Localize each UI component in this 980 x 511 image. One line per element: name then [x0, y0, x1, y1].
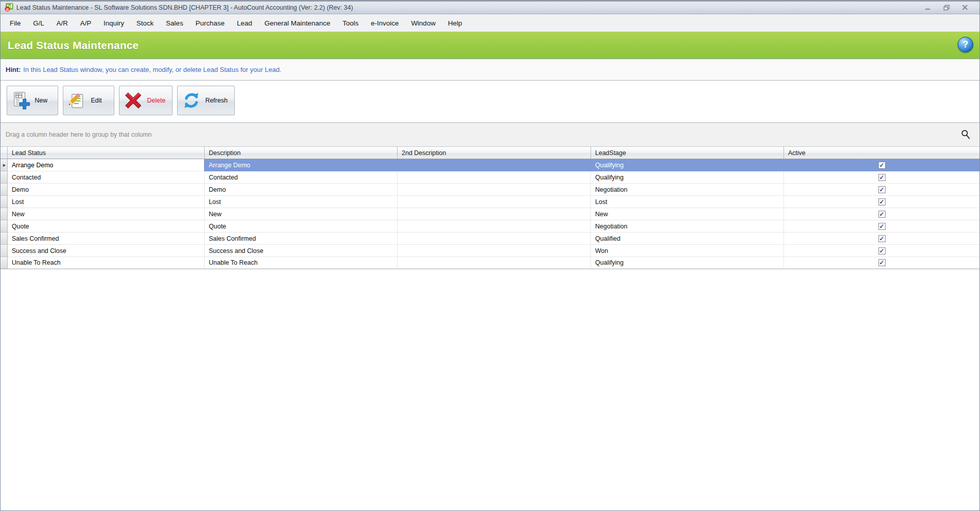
cell-lead-stage[interactable]: Qualifying: [591, 171, 784, 184]
menu-item-g-l[interactable]: G/L: [27, 17, 51, 30]
cell-description[interactable]: Quote: [205, 220, 398, 233]
search-icon[interactable]: [960, 129, 971, 140]
column-header-2nd-description[interactable]: 2nd Description: [398, 147, 591, 159]
menu-item-inquiry[interactable]: Inquiry: [97, 17, 131, 30]
cell-lead-status[interactable]: Lost: [8, 196, 205, 208]
new-button[interactable]: New: [7, 86, 58, 115]
app-icon[interactable]: a: [5, 3, 13, 12]
cell-description[interactable]: Demo: [205, 184, 398, 196]
hint-bar: Hint: In this Lead Status window, you ca…: [1, 59, 979, 81]
cell-lead-status[interactable]: Arrange Demo: [8, 159, 205, 171]
cell-second-description[interactable]: [398, 208, 591, 220]
table-row[interactable]: ▸Arrange DemoArrange DemoQualifying✓: [1, 159, 979, 171]
delete-button[interactable]: Delete: [119, 86, 173, 115]
cell-second-description[interactable]: [398, 257, 591, 269]
group-by-panel[interactable]: Drag a column header here to group by th…: [1, 123, 979, 147]
menu-item-tools[interactable]: Tools: [336, 17, 365, 30]
refresh-button-label: Refresh: [205, 97, 228, 104]
cell-lead-status[interactable]: New: [8, 208, 205, 220]
cell-lead-stage[interactable]: New: [591, 208, 784, 220]
menu-item-general-maintenance[interactable]: General Maintenance: [258, 17, 336, 30]
cell-second-description[interactable]: [398, 159, 591, 171]
cell-second-description[interactable]: [398, 171, 591, 184]
table-row[interactable]: Sales ConfirmedSales ConfirmedQualified✓: [1, 233, 979, 245]
cell-lead-status[interactable]: Demo: [8, 184, 205, 196]
cell-lead-stage[interactable]: Qualified: [591, 233, 784, 245]
cell-lead-status[interactable]: Quote: [8, 220, 205, 233]
menu-item-stock[interactable]: Stock: [130, 17, 160, 30]
active-checkbox[interactable]: ✓: [878, 186, 886, 193]
active-checkbox[interactable]: ✓: [878, 198, 886, 206]
cell-second-description[interactable]: [398, 220, 591, 233]
cell-lead-status[interactable]: Contacted: [8, 171, 205, 184]
close-icon[interactable]: [961, 5, 968, 11]
menu-item-file[interactable]: File: [4, 17, 27, 30]
cell-description[interactable]: Unable To Reach: [205, 257, 398, 269]
edit-pencil-icon: [68, 91, 86, 110]
cell-description[interactable]: Lost: [205, 196, 398, 208]
cell-lead-status[interactable]: Sales Confirmed: [8, 233, 205, 245]
cell-second-description[interactable]: [398, 245, 591, 257]
row-indicator: [1, 233, 8, 245]
table-row[interactable]: Success and CloseSuccess and CloseWon✓: [1, 245, 979, 257]
menu-item-e-invoice[interactable]: e-Invoice: [365, 17, 405, 30]
menu-item-help[interactable]: Help: [442, 17, 468, 30]
menu-item-sales[interactable]: Sales: [160, 17, 189, 30]
column-header-lead-status[interactable]: Lead Status: [8, 147, 205, 159]
cell-lead-status[interactable]: Unable To Reach: [8, 257, 205, 269]
cell-lead-stage[interactable]: Lost: [591, 196, 784, 208]
row-indicator: [1, 196, 8, 208]
menu-item-window[interactable]: Window: [405, 17, 442, 30]
delete-button-label: Delete: [147, 97, 165, 104]
column-header-active[interactable]: Active: [784, 147, 979, 159]
lead-status-grid: Drag a column header here to group by th…: [1, 122, 979, 510]
cell-lead-stage[interactable]: Qualifying: [591, 159, 784, 171]
menu-item-lead[interactable]: Lead: [231, 17, 258, 30]
cell-description[interactable]: Arrange Demo: [205, 159, 398, 171]
refresh-button[interactable]: Refresh: [177, 86, 235, 115]
table-row[interactable]: Unable To ReachUnable To ReachQualifying…: [1, 257, 979, 269]
cell-description[interactable]: New: [205, 208, 398, 220]
row-indicator: [1, 257, 8, 269]
cell-second-description[interactable]: [398, 233, 591, 245]
help-icon[interactable]: ?: [958, 37, 973, 53]
cell-lead-status[interactable]: Success and Close: [8, 245, 205, 257]
edit-button[interactable]: Edit: [63, 86, 114, 115]
table-row[interactable]: QuoteQuoteNegotiation✓: [1, 220, 979, 233]
cell-lead-stage[interactable]: Won: [591, 245, 784, 257]
row-indicator: [1, 220, 8, 233]
restore-button[interactable]: [943, 5, 950, 11]
menu-item-purchase[interactable]: Purchase: [189, 17, 231, 30]
cell-second-description[interactable]: [398, 184, 591, 196]
column-header-leadstage[interactable]: LeadStage: [591, 147, 784, 159]
active-checkbox[interactable]: ✓: [878, 223, 886, 230]
minimize-button[interactable]: [924, 5, 932, 11]
menu-item-a-p[interactable]: A/P: [74, 17, 97, 30]
cell-description[interactable]: Success and Close: [205, 245, 398, 257]
table-row[interactable]: ContactedContactedQualifying✓: [1, 171, 979, 184]
active-checkbox[interactable]: ✓: [878, 235, 886, 242]
table-row[interactable]: NewNewNew✓: [1, 208, 979, 220]
cell-description[interactable]: Contacted: [205, 171, 398, 184]
cell-description[interactable]: Sales Confirmed: [205, 233, 398, 245]
new-document-icon: [12, 91, 30, 110]
cell-lead-stage[interactable]: Negotiation: [591, 220, 784, 233]
column-header-description[interactable]: Description: [205, 147, 398, 159]
active-checkbox[interactable]: ✓: [878, 162, 886, 169]
cell-lead-stage[interactable]: Qualifying: [591, 257, 784, 269]
cell-second-description[interactable]: [398, 196, 591, 208]
cell-active: ✓: [784, 208, 979, 220]
menu-item-a-r[interactable]: A/R: [51, 17, 75, 30]
table-row[interactable]: LostLostLost✓: [1, 196, 979, 208]
row-indicator: [1, 184, 8, 196]
active-checkbox[interactable]: ✓: [878, 174, 886, 181]
active-checkbox[interactable]: ✓: [878, 247, 886, 254]
cell-lead-stage[interactable]: Negotiation: [591, 184, 784, 196]
menu-bar: FileG/LA/RA/PInquiryStockSalesPurchaseLe…: [1, 14, 979, 32]
page-title: Lead Status Maintenance: [1, 39, 139, 52]
active-checkbox[interactable]: ✓: [878, 259, 886, 266]
active-checkbox[interactable]: ✓: [878, 211, 886, 218]
cell-active: ✓: [784, 159, 979, 171]
cell-active: ✓: [784, 220, 979, 233]
table-row[interactable]: DemoDemoNegotiation✓: [1, 184, 979, 196]
